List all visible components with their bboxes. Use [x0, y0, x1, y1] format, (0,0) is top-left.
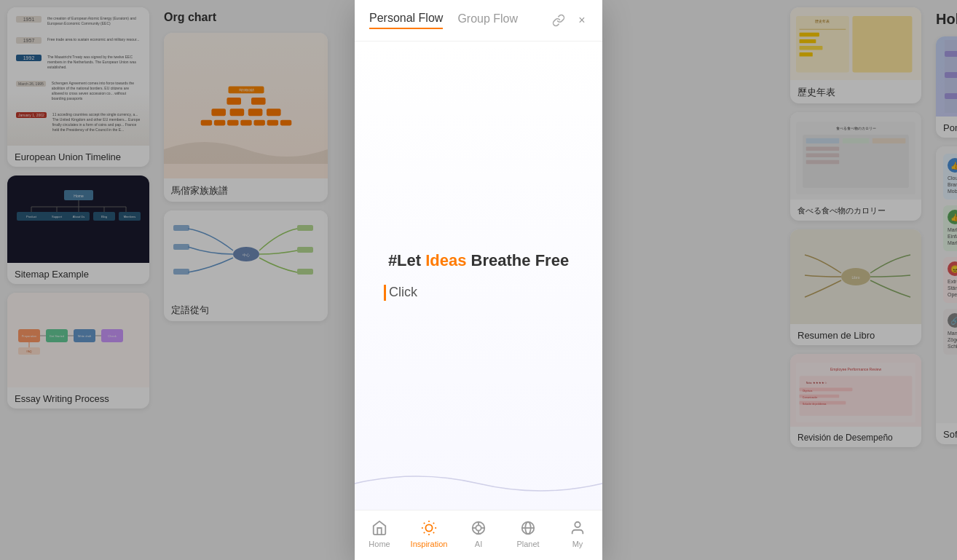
inspiration-icon — [420, 519, 438, 537]
modal-footer: Home Inspirat — [355, 510, 602, 560]
click-text: Click — [389, 285, 417, 300]
svg-point-90 — [476, 525, 481, 530]
modal: Personal Flow Group Flow × #Let Ideas Br… — [355, 0, 602, 560]
modal-tagline: #Let Ideas Breathe Free — [388, 251, 569, 270]
tagline-highlight: Ideas — [425, 251, 466, 269]
home-icon — [371, 519, 388, 537]
ai-label: AI — [475, 540, 482, 548]
modal-header: Personal Flow Group Flow × — [355, 0, 602, 42]
home-label: Home — [369, 540, 390, 548]
footer-inspiration[interactable]: Inspiration — [409, 519, 449, 548]
svg-line-88 — [433, 523, 434, 524]
my-label: My — [572, 540, 583, 548]
close-button[interactable]: × — [573, 12, 591, 29]
my-icon — [569, 519, 586, 537]
tab-group[interactable]: Group Flow — [457, 12, 518, 28]
link-icon[interactable] — [550, 12, 567, 29]
wave-decoration — [355, 465, 602, 502]
svg-point-80 — [425, 524, 432, 531]
tab-personal[interactable]: Personal Flow — [369, 12, 443, 29]
svg-point-98 — [575, 522, 580, 527]
footer-my[interactable]: My — [558, 519, 598, 548]
svg-line-87 — [424, 532, 425, 533]
modal-overlay[interactable]: Personal Flow Group Flow × #Let Ideas Br… — [0, 0, 957, 560]
text-cursor — [384, 285, 386, 301]
planet-label: Planet — [516, 540, 539, 548]
ai-icon — [470, 519, 487, 537]
footer-planet[interactable]: Planet — [508, 519, 548, 548]
svg-line-83 — [424, 523, 425, 524]
planet-icon — [519, 519, 537, 537]
inspiration-label: Inspiration — [411, 540, 448, 548]
modal-content: #Let Ideas Breathe Free Click — [355, 42, 602, 510]
footer-home[interactable]: Home — [360, 519, 400, 548]
footer-ai[interactable]: AI — [459, 519, 499, 548]
svg-line-84 — [433, 532, 434, 533]
